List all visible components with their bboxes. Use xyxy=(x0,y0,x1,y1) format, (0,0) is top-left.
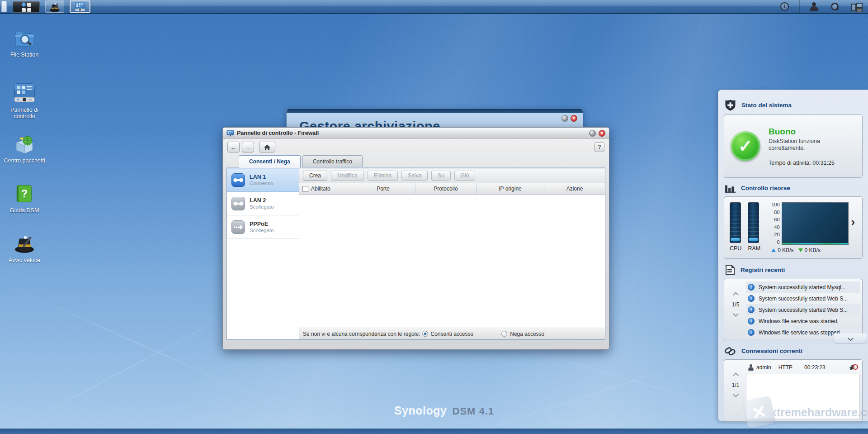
section-title: Controllo risorse xyxy=(741,185,790,191)
connection-row[interactable]: admin HTTP 00:23:23 xyxy=(746,362,860,373)
control-panel-icon xyxy=(14,82,35,104)
lan-icon xyxy=(231,197,245,210)
tab-bar: Consenti / Nega Controllo traffico xyxy=(223,155,609,167)
help-button[interactable]: ? xyxy=(594,142,604,152)
connections-page-indicator: 1/1 xyxy=(728,382,743,388)
close-button[interactable]: × xyxy=(599,130,605,137)
column-header-protocollo[interactable]: Protocollo xyxy=(415,183,476,194)
minimize-button[interactable] xyxy=(561,115,568,122)
delete-button[interactable]: Elimina xyxy=(368,171,398,181)
search-icon[interactable] xyxy=(830,2,839,11)
show-desktop-button[interactable] xyxy=(1,1,7,12)
file-station-icon xyxy=(14,27,35,48)
desktop-icon-label: File Station xyxy=(1,52,48,58)
page-up-chevron[interactable] xyxy=(733,372,739,378)
info-icon[interactable]: i xyxy=(780,2,789,11)
interface-name: PPPoE xyxy=(250,221,274,227)
log-row[interactable]: i Windows file service was started. xyxy=(746,315,860,327)
log-row[interactable]: i System successfully started Web S... xyxy=(746,293,860,304)
desktop-icon-file-station[interactable]: File Station xyxy=(1,26,48,58)
user-icon[interactable] xyxy=(809,2,818,11)
status-ok-icon: ✓ xyxy=(731,131,760,161)
disconnect-icon[interactable] xyxy=(850,364,858,371)
status-state: Buono xyxy=(769,127,856,137)
move-down-button[interactable]: Giù xyxy=(454,171,476,181)
desktop-icon-label: Pannello di controllo xyxy=(1,107,48,119)
interface-list: LAN 1 Connesso LAN 2 Scollegato xyxy=(227,168,299,339)
interface-name: LAN 1 xyxy=(250,174,273,180)
package-center-icon xyxy=(14,133,35,154)
ram-gauge xyxy=(748,202,759,243)
page-down-chevron[interactable] xyxy=(733,311,739,317)
column-header-abilitato[interactable]: Abilitato xyxy=(299,183,351,194)
sidebar-collapse-tab[interactable] xyxy=(834,334,867,343)
column-header-azione[interactable]: Azione xyxy=(544,183,605,194)
taskbar: i xyxy=(0,0,868,14)
resource-more-chevron[interactable]: › xyxy=(851,216,855,228)
tab-controllo-traffico[interactable]: Controllo traffico xyxy=(302,155,363,167)
tab-consenti-nega[interactable]: Consenti / Nega xyxy=(239,155,301,167)
rules-table-body[interactable] xyxy=(299,195,605,328)
info-icon: i xyxy=(748,318,755,324)
forward-button[interactable]: → xyxy=(242,142,254,153)
cpu-label: CPU xyxy=(730,245,741,252)
main-menu-button[interactable] xyxy=(13,1,40,13)
allow-access-label[interactable]: Consenti accesso xyxy=(431,331,474,337)
network-chart xyxy=(782,202,849,245)
dsm-watermark: Synology DSM 4.1 xyxy=(394,404,494,417)
log-row[interactable]: i System successfully started Mysql... xyxy=(746,281,860,293)
allow-access-radio[interactable] xyxy=(422,331,428,337)
deny-access-label[interactable]: Nega accesso xyxy=(510,331,544,337)
column-header-ip-origine[interactable]: IP origine xyxy=(476,183,544,194)
interface-lan1[interactable]: LAN 1 Connesso xyxy=(227,168,299,192)
desktop-icon-dsm-help[interactable]: Guida DSM xyxy=(1,182,48,214)
desktop-icon-control-panel[interactable]: Pannello di controllo xyxy=(1,81,48,119)
lan-icon xyxy=(231,173,245,187)
download-arrow-icon xyxy=(798,248,803,252)
default-rule-bar: Se non vi è alcuna corrispondenza con le… xyxy=(299,328,605,339)
firewall-content: LAN 1 Connesso LAN 2 Scollegato xyxy=(226,168,605,340)
info-icon: i xyxy=(748,295,755,302)
window-titlebar[interactable]: Pannello di controllo - Firewall × xyxy=(223,128,609,139)
desktop-icon-quick-start[interactable]: Avvio veloce xyxy=(1,232,48,263)
home-button[interactable] xyxy=(259,142,275,153)
ram-label: RAM xyxy=(748,245,760,252)
desktop-icon-label: Avvio veloce xyxy=(1,257,48,263)
resource-monitor-card: CPU RAM 10080 6040 200 0 KB/s xyxy=(724,196,863,259)
edit-button[interactable]: Modifica xyxy=(331,171,364,181)
control-panel-taskbar-button[interactable] xyxy=(70,0,90,13)
page-down-chevron[interactable] xyxy=(733,391,739,397)
create-button[interactable]: Crea xyxy=(303,171,327,181)
control-panel-icon xyxy=(226,129,234,137)
move-up-button[interactable]: Su xyxy=(431,171,451,181)
shield-icon xyxy=(725,99,736,111)
section-title: Stato del sistema xyxy=(741,102,792,109)
column-header-porte[interactable]: Porte xyxy=(351,183,415,194)
deny-access-radio[interactable] xyxy=(501,331,507,337)
window-navbar: ← → ? xyxy=(223,139,609,155)
desktop-icon-label: Centro pacchetti xyxy=(1,157,48,164)
close-button[interactable]: × xyxy=(571,115,577,122)
page-up-chevron[interactable] xyxy=(733,292,739,298)
info-icon: i xyxy=(748,329,755,336)
current-connections-header: Connessioni correnti xyxy=(725,346,862,356)
info-icon: i xyxy=(748,284,755,291)
rules-table-header: Abilitato Porte Protocollo IP origine Az… xyxy=(299,183,605,195)
default-rule-label: Se non vi è alcuna corrispondenza con le… xyxy=(303,331,420,337)
dsm-help-icon xyxy=(14,183,35,204)
quick-launch-taskbar-button[interactable] xyxy=(45,0,64,13)
widgets-icon[interactable] xyxy=(851,3,861,11)
back-button[interactable]: ← xyxy=(227,142,240,153)
synology-brand: Synology xyxy=(394,404,447,417)
log-row[interactable]: i System successfully started Web S... xyxy=(746,304,860,315)
interface-lan2[interactable]: LAN 2 Scollegato xyxy=(227,192,299,215)
select-all-checkbox[interactable] xyxy=(302,186,308,192)
minimize-button[interactable] xyxy=(589,130,596,137)
upload-arrow-icon xyxy=(771,248,776,252)
interface-pppoe[interactable]: PPPoE Scollegato xyxy=(227,215,299,239)
resource-monitor-header: Controllo risorse xyxy=(725,183,862,193)
network-chart-axis: 10080 6040 200 xyxy=(771,202,779,245)
desktop-icon-package-center[interactable]: Centro pacchetti xyxy=(1,132,48,164)
section-title: Registri recenti xyxy=(741,267,785,273)
save-button[interactable]: Salva xyxy=(401,171,428,181)
